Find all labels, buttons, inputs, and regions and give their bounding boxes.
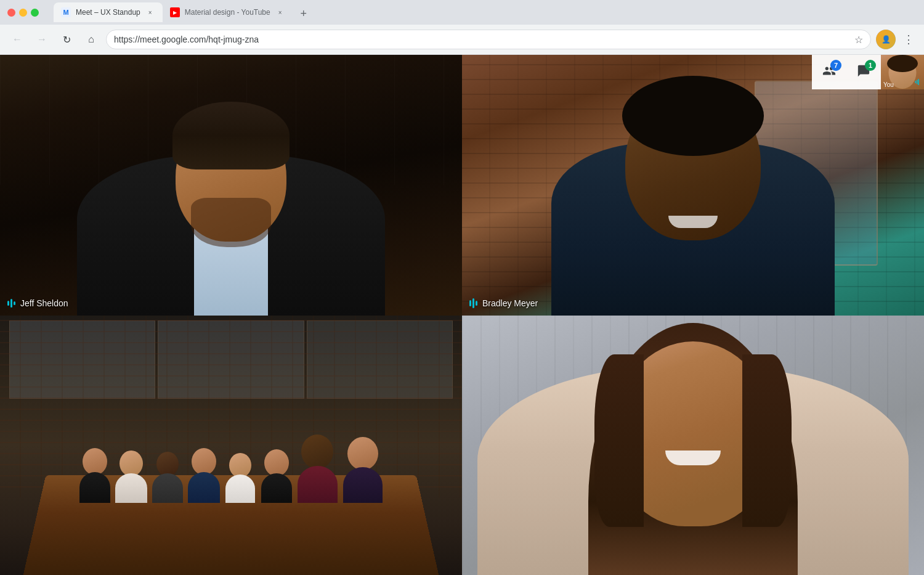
jeff-sheldon-label: Jeff Sheldon (7, 298, 68, 308)
group-person-6 (259, 449, 293, 503)
svg-rect-1 (917, 80, 918, 84)
bradley-meyer-label: Bradley Meyer (469, 298, 538, 308)
group-person-5-head (229, 453, 251, 478)
svg-rect-0 (915, 81, 917, 83)
wave-bar-2 (10, 299, 12, 308)
youtube-favicon: ▶ (170, 7, 180, 17)
profile-button[interactable]: 👤 (876, 30, 896, 49)
group-person-8-body (343, 467, 383, 503)
video-tile-group (0, 316, 462, 576)
wave-bar-1 (7, 301, 9, 306)
tab-meet-close[interactable]: × (145, 7, 155, 17)
self-view-audio-indicator (914, 77, 922, 88)
people-button[interactable]: 7 (812, 55, 846, 89)
group-person-8 (341, 437, 384, 503)
bradley-meyer-teeth (668, 216, 718, 228)
group-person-4-body (188, 472, 220, 503)
self-view: You (881, 55, 924, 89)
tab-youtube-title: Material design - YouTube (185, 8, 270, 17)
video-tile-jeff-sheldon: Jeff Sheldon (0, 55, 462, 316)
wave-bar-6 (476, 301, 477, 306)
group-person-3-head (156, 452, 179, 476)
jeff-sheldon-audio-wave (7, 299, 15, 308)
tab-youtube[interactable]: ▶ Material design - YouTube × (163, 2, 293, 22)
group-person-5-body (225, 475, 255, 503)
bradley-meyer-hair (622, 76, 764, 156)
group-person-7-head (301, 434, 333, 469)
browser-menu-button[interactable]: ⋮ (901, 30, 917, 49)
traffic-lights (7, 9, 39, 17)
bradley-meyer-audio-wave (469, 298, 477, 308)
jeff-sheldon-hair (172, 102, 290, 169)
group-person-5 (223, 453, 257, 503)
back-button[interactable]: ← (7, 30, 27, 49)
jeff-sheldon-beard (191, 198, 271, 247)
top-overlay: 7 1 You (812, 55, 924, 89)
group-person-7 (296, 434, 339, 503)
tab-youtube-close[interactable]: × (275, 7, 285, 17)
group-person-8-head (347, 437, 378, 470)
traffic-light-close[interactable] (7, 9, 15, 17)
home-button[interactable]: ⌂ (81, 30, 101, 49)
group-person-6-head (264, 449, 289, 476)
bookmark-icon[interactable]: ☆ (854, 34, 863, 46)
group-person-2-head (120, 451, 143, 476)
group-person-6-body (261, 473, 292, 503)
self-view-hair (887, 55, 918, 72)
bradley-meyer-name: Bradley Meyer (482, 298, 538, 308)
meet-container: Jeff Sheldon (0, 55, 924, 575)
group-person-7-body (298, 466, 338, 503)
wave-bar-5 (472, 298, 474, 308)
refresh-icon: ↻ (63, 34, 71, 46)
traffic-light-fullscreen[interactable] (31, 9, 39, 17)
forward-icon: → (37, 34, 47, 45)
group-person-4 (187, 448, 221, 503)
woman-hair-left (594, 354, 644, 527)
browser-title-bar: M Meet – UX Standup × ▶ Material design … (0, 0, 924, 25)
jeff-sheldon-name: Jeff Sheldon (20, 298, 68, 308)
group-person-3 (150, 452, 184, 503)
tab-meet[interactable]: M Meet – UX Standup × (54, 2, 163, 22)
home-icon: ⌂ (88, 34, 94, 45)
wave-bar-4 (469, 300, 471, 306)
video-grid: Jeff Sheldon (0, 55, 924, 575)
meet-favicon: M (61, 7, 71, 17)
traffic-light-minimize[interactable] (19, 9, 27, 17)
browser-toolbar: ← → ↻ ⌂ https://meet.google.com/hqt-jmug… (0, 25, 924, 54)
group-person-2-body (115, 473, 147, 503)
forward-button[interactable]: → (32, 30, 52, 49)
browser-chrome: M Meet – UX Standup × ▶ Material design … (0, 0, 924, 55)
group-person-2 (114, 451, 148, 503)
group-person-1-head (83, 448, 107, 475)
group-person-4-head (192, 448, 216, 475)
video-tile-bradley-meyer: Bradley Meyer (462, 55, 924, 316)
people-badge: 7 (830, 60, 841, 71)
tabs-bar: M Meet – UX Standup × ▶ Material design … (49, 2, 917, 22)
video-tile-woman (462, 316, 924, 576)
group-person-3-body (152, 473, 183, 503)
browser-menu-icon: ⋮ (903, 33, 914, 46)
self-view-label: You (883, 81, 894, 88)
chat-button[interactable]: 1 (846, 55, 881, 89)
group-person-1 (78, 448, 111, 503)
woman-teeth (665, 451, 721, 465)
new-tab-button[interactable]: + (295, 5, 312, 22)
address-bar[interactable]: https://meet.google.com/hqt-jmug-zna ☆ (106, 30, 871, 49)
refresh-button[interactable]: ↻ (57, 30, 76, 49)
url-display: https://meet.google.com/hqt-jmug-zna (114, 35, 849, 44)
svg-rect-2 (918, 79, 920, 85)
group-people (0, 434, 462, 503)
chat-badge: 1 (865, 60, 876, 71)
tab-meet-title: Meet – UX Standup (76, 8, 140, 17)
profile-avatar: 👤 (876, 30, 896, 49)
woman-hair-right (742, 354, 792, 527)
group-person-1-body (79, 472, 110, 503)
back-icon: ← (12, 34, 22, 45)
wave-bar-3 (14, 301, 15, 305)
